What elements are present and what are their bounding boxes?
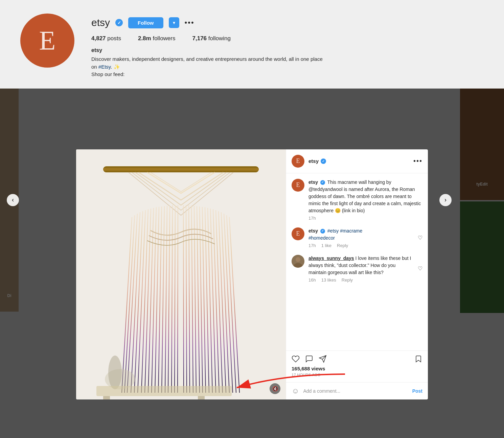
modal-header-avatar: E xyxy=(292,155,304,168)
modal-verified-icon xyxy=(321,159,326,164)
comment-verified-2 xyxy=(320,229,325,234)
comment-button[interactable] xyxy=(305,355,313,363)
profile-bio: Discover makers, independent designers, … xyxy=(91,55,328,78)
heart-icon xyxy=(292,355,300,363)
svg-rect-42 xyxy=(96,386,232,396)
modal-container: E etsy ••• E xyxy=(76,149,428,399)
svg-rect-2 xyxy=(103,168,259,171)
comment-icon xyxy=(305,355,313,363)
reply-button-2[interactable]: Reply xyxy=(337,243,348,248)
profile-display-name: etsy xyxy=(91,47,484,53)
comment-author-1[interactable]: etsy xyxy=(308,179,318,185)
posts-stat: 4,827 posts xyxy=(91,35,121,42)
post-timestamp: 17 HOURS AGO xyxy=(292,373,422,377)
comment-verified-1 xyxy=(320,180,325,185)
comment-avatar-letter-2: E xyxy=(296,230,300,237)
like-button[interactable] xyxy=(292,355,300,363)
comment-item-2: E etsy #etsy #macrame #homedecor 17h xyxy=(292,227,422,248)
comment-likes-3[interactable]: 13 likes xyxy=(321,277,336,283)
follow-button[interactable]: Follow xyxy=(128,17,163,28)
profile-info: etsy Follow ▾ ••• 4,827 posts 2.8m follo… xyxy=(91,14,484,78)
comment-author-2[interactable]: etsy xyxy=(308,228,318,234)
profile-avatar: E xyxy=(20,14,74,68)
svg-point-46 xyxy=(296,257,300,262)
comment-likes-2[interactable]: 1 like xyxy=(321,243,331,248)
comment-like-button-3[interactable]: ♡ xyxy=(418,255,422,283)
share-icon xyxy=(319,355,327,363)
profile-top-row: etsy Follow ▾ ••• xyxy=(91,17,484,28)
comment-meta-3: 16h 13 likes Reply xyxy=(308,277,414,283)
comment-avatar-3 xyxy=(292,255,304,268)
chevron-down-icon: ▾ xyxy=(173,20,175,25)
verified-badge-icon xyxy=(115,19,123,26)
profile-username: etsy xyxy=(91,17,110,28)
profile-stats: 4,827 posts 2.8m followers 7,176 followi… xyxy=(91,35,484,42)
comment-body-2: etsy #etsy #macrame #homedecor 17h 1 lik… xyxy=(308,227,414,248)
modal-image xyxy=(76,149,286,399)
svg-rect-43 xyxy=(103,396,110,399)
comment-meta-2: 17h 1 like Reply xyxy=(308,243,414,248)
avatar-letter: E xyxy=(39,25,56,56)
comment-meta-1: 17h xyxy=(308,216,422,221)
followers-stat[interactable]: 2.8m followers xyxy=(138,35,176,42)
comment-avatar-letter-1: E xyxy=(296,181,300,189)
svg-line-22 xyxy=(183,205,184,393)
comments-area: E etsy This macrame wall hanging by @ted… xyxy=(286,173,428,350)
share-button[interactable] xyxy=(319,355,327,363)
comment-body-1: etsy This macrame wall hanging by @teddy… xyxy=(308,179,422,221)
action-icons-row xyxy=(292,355,422,363)
add-comment-area: ☺ Post xyxy=(286,382,428,399)
action-bar: 165,688 views 17 HOURS AGO xyxy=(286,350,428,382)
views-count: 165,688 views xyxy=(292,366,422,371)
comment-author-3[interactable]: always_sunny_days xyxy=(308,256,354,261)
comment-avatar-1: E xyxy=(292,179,304,192)
modal-right-panel: E etsy ••• E xyxy=(286,149,428,399)
post-comment-button[interactable]: Post xyxy=(412,388,422,394)
emoji-button[interactable]: ☺ xyxy=(292,387,299,395)
bookmark-icon xyxy=(414,355,422,363)
comment-text-2: etsy #etsy #macrame #homedecor xyxy=(308,227,414,242)
reply-button-3[interactable]: Reply xyxy=(342,277,353,283)
dropdown-button[interactable]: ▾ xyxy=(169,17,179,28)
comment-like-button-2[interactable]: ♡ xyxy=(418,227,422,248)
profile-header: E etsy Follow ▾ ••• 4,827 posts 2.8m fol… xyxy=(0,0,504,89)
bookmark-button[interactable] xyxy=(414,355,422,363)
modal-header-username: etsy xyxy=(308,158,413,164)
comment-text-3: always_sunny_days I love items like thes… xyxy=(308,255,414,276)
svg-point-41 xyxy=(108,356,122,389)
next-arrow-button[interactable]: › xyxy=(439,194,452,206)
modal-overlay: E etsy ••• E xyxy=(0,89,504,438)
comment-item-3: always_sunny_days I love items like thes… xyxy=(292,255,422,283)
prev-arrow-button[interactable]: ‹ xyxy=(7,194,19,206)
grid-area: Di tyEdit ‹ › xyxy=(0,89,504,438)
mute-button[interactable] xyxy=(270,383,280,394)
svg-rect-44 xyxy=(198,396,205,399)
more-options-button[interactable]: ••• xyxy=(185,18,194,27)
comment-body-3: always_sunny_days I love items like thes… xyxy=(308,255,414,283)
modal-more-button[interactable]: ••• xyxy=(413,157,422,165)
modal-avatar-letter: E xyxy=(296,157,300,165)
macrame-artwork xyxy=(76,149,286,399)
comment-input[interactable] xyxy=(303,388,408,394)
following-stat[interactable]: 7,176 following xyxy=(192,35,231,42)
bio-hashtag[interactable]: #Etsy xyxy=(98,64,111,70)
modal-header: E etsy ••• xyxy=(286,149,428,173)
user-avatar-img xyxy=(292,255,304,268)
comment-text-1: etsy This macrame wall hanging by @teddy… xyxy=(308,179,422,214)
comment-item: E etsy This macrame wall hanging by @ted… xyxy=(292,179,422,221)
comment-avatar-2: E xyxy=(292,227,304,240)
